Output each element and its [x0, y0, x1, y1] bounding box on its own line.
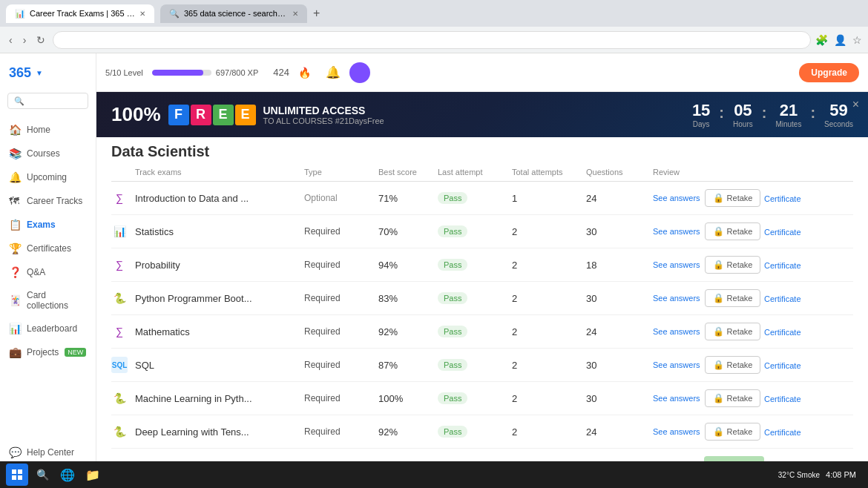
sidebar-item-career-tracks[interactable]: 🗺 Career Tracks — [0, 189, 96, 213]
xp-fill — [152, 70, 204, 76]
row-review-intro: See answers 🔒 Retake — [653, 189, 764, 207]
sidebar-label-card-collections: Card collections — [27, 290, 87, 311]
sidebar-search — [7, 93, 88, 109]
sidebar-item-courses[interactable]: 📚 Courses — [0, 142, 96, 165]
sidebar-item-projects[interactable]: 💼 Projects NEW — [0, 340, 96, 364]
row-name-dl: Deep Learning with Tens... — [135, 426, 304, 438]
svg-rect-0 — [12, 469, 16, 474]
sidebar-label-courses: Courses — [27, 148, 60, 159]
profile-icon: 👤 — [834, 34, 846, 46]
lock-icon-ml: 🔒 — [713, 393, 724, 403]
tab1-close[interactable]: ✕ — [139, 10, 145, 18]
see-answers-math[interactable]: See answers — [653, 327, 700, 336]
windows-icon — [12, 469, 22, 480]
extensions-icon: 🧩 — [815, 34, 828, 46]
retake-button-ml[interactable]: 🔒 Retake — [705, 389, 761, 407]
certificate-button-stats[interactable]: Certificate — [764, 228, 801, 237]
sidebar-item-upcoming[interactable]: 🔔 Upcoming — [0, 165, 96, 189]
start-button[interactable] — [6, 464, 28, 486]
back-button[interactable]: ‹ — [6, 33, 16, 47]
certificate-button-python[interactable]: Certificate — [764, 294, 801, 303]
active-tab[interactable]: 📊 Career Track Exams | 365 Data S... ✕ — [6, 4, 154, 23]
chrome-taskbar[interactable]: 🌐 — [56, 464, 79, 486]
sidebar-item-qa[interactable]: ❓ Q&A — [0, 260, 96, 284]
retake-button-math[interactable]: 🔒 Retake — [705, 323, 761, 340]
forward-button[interactable]: › — [20, 33, 30, 47]
retake-button-prob[interactable]: 🔒 Retake — [705, 256, 761, 274]
row-review-python: See answers 🔒 Retake — [653, 289, 764, 307]
sidebar-item-exams[interactable]: 📋 Exams — [0, 213, 96, 237]
see-answers-dl[interactable]: See answers — [653, 427, 700, 436]
page-title: Data Scientist — [111, 143, 853, 160]
free-badge: F R E E — [168, 105, 256, 125]
sidebar-item-home[interactable]: 🏠 Home — [0, 118, 96, 142]
home-icon: 🏠 — [9, 124, 21, 136]
row-last-math: Pass — [438, 326, 512, 337]
row-icon-intro: ∑ — [111, 190, 128, 206]
lock-icon-dl: 🔒 — [713, 426, 724, 437]
table-row: 🐍 Deep Learning with Tens... Required 92… — [111, 415, 853, 449]
see-answers-intro[interactable]: See answers — [653, 194, 700, 202]
new-tab-button[interactable]: + — [313, 7, 320, 20]
address-bar[interactable]: learn.365datascience.com/exams/?tab=trac… — [53, 31, 811, 49]
certificate-button-math[interactable]: Certificate — [764, 328, 801, 337]
retake-button-intro[interactable]: 🔒 Retake — [705, 189, 761, 207]
xp-bar-container: 697/800 XP — [152, 68, 259, 77]
search-input[interactable] — [7, 93, 88, 109]
retake-button-stats[interactable]: 🔒 Retake — [705, 222, 761, 240]
sidebar-item-certificates[interactable]: 🏆 Certificates — [0, 237, 96, 260]
seconds-value: 59 — [824, 101, 853, 120]
pass-badge-stats: Pass — [438, 225, 467, 237]
see-answers-ml[interactable]: See answers — [653, 394, 700, 403]
sidebar-item-card-collections[interactable]: 🃏 Card collections — [0, 284, 96, 317]
table-container: Track exams Type Best score Last attempt… — [96, 160, 868, 488]
see-answers-python[interactable]: See answers — [653, 294, 700, 303]
certificate-button-dl[interactable]: Certificate — [764, 428, 801, 437]
upgrade-button[interactable]: Upgrade — [799, 63, 859, 82]
sidebar-item-leaderboard[interactable]: 📊 Leaderboard — [0, 317, 96, 340]
retake-button-python[interactable]: 🔒 Retake — [705, 289, 761, 307]
free-e2: E — [235, 105, 256, 125]
top-header: 5/10 Level 697/800 XP 424 🔥 🔔 Upgrade — [96, 53, 868, 92]
certificate-button-ml[interactable]: Certificate — [764, 395, 801, 403]
pass-badge-dl: Pass — [438, 426, 467, 438]
row-cert-python: Certificate — [764, 293, 853, 304]
projects-icon: 💼 — [9, 346, 21, 358]
pass-badge-math: Pass — [438, 326, 467, 337]
col-questions-header: Questions — [586, 168, 653, 177]
promo-content: 100% F R E E UNLIMITED ACCESS TO ALL COU… — [111, 103, 384, 126]
search-taskbar[interactable]: 🔍 — [31, 464, 53, 486]
row-type-stats: Required — [304, 226, 378, 237]
timer-hours: 05 Hours — [733, 101, 753, 128]
bell-icon[interactable]: 🔔 — [326, 65, 341, 79]
right-panel: 5/10 Level 697/800 XP 424 🔥 🔔 Upgrade 10… — [96, 53, 868, 488]
row-attempts-intro: 1 — [512, 193, 586, 204]
logo-area: 365 ▼ — [0, 59, 96, 93]
retake-button-dl[interactable]: 🔒 Retake — [705, 423, 761, 441]
tab2-close[interactable]: ✕ — [292, 10, 298, 18]
row-icon-sql: SQL — [111, 357, 128, 373]
row-icon-math: ∑ — [111, 323, 128, 340]
retake-button-sql[interactable]: 🔒 Retake — [705, 356, 761, 374]
certificate-button-prob[interactable]: Certificate — [764, 261, 801, 270]
see-answers-prob[interactable]: See answers — [653, 260, 700, 269]
explorer-taskbar[interactable]: 📁 — [82, 464, 104, 486]
row-last-sql: Pass — [438, 359, 512, 371]
banner-close-button[interactable]: × — [852, 98, 859, 111]
taskbar-right: 32°C Smoke 4:08 PM — [778, 470, 862, 479]
row-type-python: Required — [304, 293, 378, 303]
reload-button[interactable]: ↻ — [33, 33, 48, 47]
see-answers-sql[interactable]: See answers — [653, 360, 700, 369]
row-name-ml: Machine Learning in Pyth... — [135, 393, 304, 404]
user-avatar[interactable] — [349, 62, 370, 83]
table-row: 🐍 Python Programmer Boot... Required 83%… — [111, 282, 853, 315]
row-name-math: Mathematics — [135, 326, 304, 337]
certificate-button-intro[interactable]: Certificate — [764, 194, 801, 203]
certificate-button-sql[interactable]: Certificate — [764, 361, 801, 370]
see-answers-stats[interactable]: See answers — [653, 227, 700, 236]
inactive-tab[interactable]: 🔍 365 data science - search1.me ✕ — [160, 4, 307, 23]
row-icon-stats: 📊 — [111, 223, 128, 240]
search-taskbar-icon: 🔍 — [36, 469, 49, 481]
level-badge: 5/10 Level — [105, 68, 143, 77]
row-last-ml: Pass — [438, 392, 512, 404]
